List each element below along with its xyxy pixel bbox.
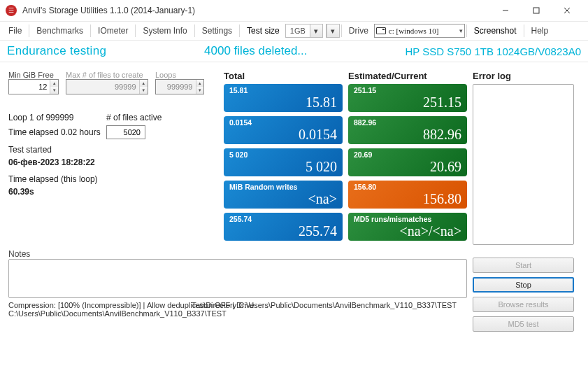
app-icon: ☰ — [6, 5, 17, 16]
est-tile-4: 156.80156.80 — [348, 181, 467, 209]
right-column: Error log — [473, 71, 574, 245]
time-loop-label: Time elapsed (this loop) — [8, 173, 218, 185]
md5-test-button[interactable]: MD5 test — [473, 316, 574, 332]
window-title: Anvil's Storage Utilities 1.1.0 (2014-Ja… — [22, 6, 195, 15]
notes-label: Notes — [8, 249, 467, 259]
status-left: Endurance testing — [7, 44, 106, 58]
menu-system-info[interactable]: System Info — [137, 23, 192, 38]
loops-input: ▲▼ — [155, 79, 204, 94]
stop-button[interactable]: Stop — [473, 277, 574, 293]
est-tile-5: MD5 runs/mismatches<na>/<na> — [348, 213, 467, 241]
test-size-label: Test size — [241, 23, 285, 38]
drive-label: Drive — [343, 23, 374, 38]
spin-down-icon[interactable]: ▼ — [50, 87, 58, 94]
max-files-value — [66, 80, 139, 94]
main-area: Min GiB Free ▲▼ Max # of files to create… — [0, 62, 588, 342]
menu-settings[interactable]: Settings — [196, 23, 238, 38]
total-tile-1: 15.8115.81 — [224, 84, 343, 112]
spin-up-icon: ▲ — [196, 80, 204, 87]
chevron-down-icon: ▾ — [310, 24, 322, 37]
error-log-header: Error log — [473, 71, 574, 81]
est-tile-1: 251.15251.15 — [348, 84, 467, 112]
files-active-input[interactable] — [106, 125, 145, 139]
total-tile-4: MiB Random writes<na> — [224, 181, 343, 209]
test-size-step[interactable]: ▾ — [326, 24, 340, 38]
total-tile-2: 0.01540.0154 — [224, 116, 343, 144]
min-gib-value[interactable] — [9, 80, 50, 94]
menu-help[interactable]: Help — [526, 23, 554, 38]
compression-line2: TestDirectory C:\Users\Public\Documents\… — [192, 301, 457, 309]
error-log-box[interactable] — [473, 84, 574, 245]
status-right: HP SSD S750 1TB 1024GB/V0823A0 — [405, 45, 581, 57]
spin-down-icon: ▼ — [140, 87, 148, 94]
status-mid: 4000 files deleted... — [106, 44, 405, 58]
svg-rect-1 — [533, 8, 539, 13]
estimated-column: Estimated/Current 251.15251.15 882.96882… — [348, 71, 467, 245]
buttons-section: Start Stop Browse results MD5 test — [473, 258, 574, 336]
spin-down-icon: ▼ — [196, 87, 204, 94]
menu-iometer[interactable]: IOmeter — [92, 23, 134, 38]
time-loop-value: 60.39s — [8, 185, 218, 198]
loops-value — [156, 80, 196, 94]
maximize-button[interactable] — [521, 0, 552, 21]
start-button[interactable]: Start — [473, 258, 574, 273]
chevron-down-icon: ▾ — [459, 27, 463, 34]
total-column: Total 15.8115.81 0.01540.0154 5 0205 020… — [224, 71, 343, 245]
est-tile-3: 20.6920.69 — [348, 148, 467, 176]
spin-up-icon: ▲ — [140, 80, 148, 87]
test-size-value: 1GB — [286, 27, 310, 35]
loop-counter: Loop 1 of 999999 — [8, 111, 106, 124]
notes-input[interactable] — [8, 259, 467, 298]
test-started-label: Test started — [8, 143, 218, 156]
estimated-header: Estimated/Current — [348, 71, 467, 81]
total-header: Total — [224, 71, 343, 81]
menu-benchmarks[interactable]: Benchmarks — [31, 23, 89, 38]
max-files-input: ▲▼ — [66, 79, 148, 94]
total-tile-5: 255.74255.74 — [224, 213, 343, 241]
menu-file[interactable]: File — [3, 23, 27, 38]
disk-icon — [376, 27, 386, 34]
time-elapsed: Time elapsed 0.02 hours — [8, 126, 106, 139]
min-gib-input[interactable]: ▲▼ — [8, 79, 59, 94]
drive-select[interactable]: c: [windows 10] ▾ — [374, 24, 465, 38]
notes-section: Notes Compression: [100% (Incompressible… — [8, 249, 467, 336]
browse-results-button[interactable]: Browse results — [473, 297, 574, 312]
menu-screenshot[interactable]: Screenshot — [468, 23, 522, 38]
title-bar: ☰ Anvil's Storage Utilities 1.1.0 (2014-… — [0, 0, 588, 21]
status-row: Endurance testing 4000 files deleted... … — [0, 41, 588, 62]
test-started-value: 06-фев-2023 18:28:22 — [8, 156, 218, 169]
loops-label: Loops — [155, 71, 204, 79]
drive-value: c: [windows 10] — [389, 27, 457, 35]
menu-bar: File Benchmarks IOmeter System Info Sett… — [0, 21, 588, 41]
close-button[interactable] — [552, 0, 582, 21]
minimize-button[interactable] — [490, 0, 521, 21]
left-panel: Min GiB Free ▲▼ Max # of files to create… — [8, 71, 218, 245]
files-active-label: # of files active — [106, 111, 162, 124]
spin-up-icon[interactable]: ▲ — [50, 80, 58, 87]
max-files-label: Max # of files to create — [66, 71, 148, 79]
min-gib-label: Min GiB Free — [8, 71, 59, 79]
total-tile-3: 5 0205 020 — [224, 148, 343, 176]
test-size-select[interactable]: 1GB ▾ — [285, 24, 323, 38]
est-tile-2: 882.96882.96 — [348, 116, 467, 144]
chevron-down-icon: ▾ — [327, 24, 339, 37]
